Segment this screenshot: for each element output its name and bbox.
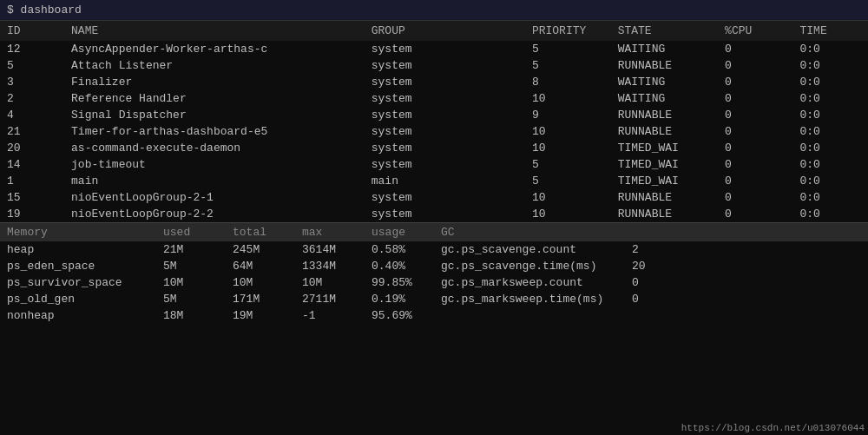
mem-cell-name: ps_survivor_space — [0, 274, 156, 291]
cell-state: RUNNABLE — [611, 189, 718, 206]
cell-id: 20 — [0, 140, 64, 156]
cell-group: system — [365, 90, 525, 107]
cell-priority: 5 — [525, 57, 611, 74]
cell-cpu: 0 — [718, 189, 792, 206]
mem-cell-used: 21M — [156, 241, 226, 258]
mem-cell-gcval — [625, 307, 868, 324]
cell-group: system — [365, 189, 525, 206]
cell-state: WAITING — [611, 41, 718, 57]
cell-id: 1 — [0, 173, 64, 189]
header-name: NAME — [64, 21, 365, 41]
cell-time: 0:0 — [793, 107, 868, 123]
table-row: 19 nioEventLoopGroup-2-2 system 10 RUNNA… — [0, 206, 868, 222]
mem-cell-max: 10M — [295, 274, 365, 291]
mem-cell-used: 10M — [156, 274, 226, 291]
cell-name: job-timeout — [64, 156, 365, 173]
cell-time: 0:0 — [793, 173, 868, 189]
cell-time: 0:0 — [793, 41, 868, 57]
mem-cell-usage: 95.69% — [365, 307, 434, 324]
cell-name: nioEventLoopGroup-2-1 — [64, 189, 365, 206]
cell-priority: 5 — [525, 41, 611, 57]
cell-group: main — [365, 173, 525, 189]
cell-group: system — [365, 107, 525, 123]
cell-name: Signal Dispatcher — [64, 107, 365, 123]
table-row: 1 main main 5 TIMED_WAI 0 0:0 — [0, 173, 868, 189]
mem-cell-gcval: 0 — [625, 274, 868, 291]
header-group: GROUP — [365, 21, 525, 41]
cell-cpu: 0 — [718, 90, 792, 107]
cell-cpu: 0 — [718, 57, 792, 74]
cell-state: RUNNABLE — [611, 206, 718, 222]
mem-cell-used: 18M — [156, 307, 226, 324]
cell-time: 0:0 — [793, 57, 868, 74]
mem-cell-total: 64M — [226, 258, 295, 274]
memory-section-header: Memory used total max usage GC — [0, 222, 868, 241]
mem-cell-used: 5M — [156, 258, 226, 274]
cell-group: system — [365, 74, 525, 90]
mem-cell-max: 3614M — [295, 241, 365, 258]
mem-cell-name: ps_eden_space — [0, 258, 156, 274]
cell-cpu: 0 — [718, 173, 792, 189]
cell-cpu: 0 — [718, 74, 792, 90]
mem-col-total: total — [226, 226, 295, 239]
cell-priority: 10 — [525, 123, 611, 140]
title-bar: $ dashboard — [0, 0, 868, 21]
header-id: ID — [0, 21, 64, 41]
mem-cell-gcval: 2 — [625, 241, 868, 258]
mem-cell-gc: gc.ps_scavenge.count — [434, 241, 625, 258]
cell-group: system — [365, 57, 525, 74]
cell-priority: 10 — [525, 140, 611, 156]
mem-col-gc: GC — [434, 226, 625, 239]
cell-time: 0:0 — [793, 189, 868, 206]
cell-time: 0:0 — [793, 206, 868, 222]
table-row: 21 Timer-for-arthas-dashboard-e5 system … — [0, 123, 868, 140]
cell-name: nioEventLoopGroup-2-2 — [64, 206, 365, 222]
cell-name: Finalizer — [64, 74, 365, 90]
cell-priority: 10 — [525, 90, 611, 107]
cell-name: Attach Listener — [64, 57, 365, 74]
cell-state: TIMED_WAI — [611, 156, 718, 173]
cell-cpu: 0 — [718, 107, 792, 123]
memory-row: ps_old_gen 5M 171M 2711M 0.19% gc.ps_mar… — [0, 291, 868, 307]
cell-priority: 5 — [525, 156, 611, 173]
cell-id: 4 — [0, 107, 64, 123]
header-priority: PRIORITY — [525, 21, 611, 41]
cell-name: main — [64, 173, 365, 189]
mem-cell-usage: 0.40% — [365, 258, 434, 274]
table-row: 4 Signal Dispatcher system 9 RUNNABLE 0 … — [0, 107, 868, 123]
cell-state: WAITING — [611, 74, 718, 90]
table-row: 3 Finalizer system 8 WAITING 0 0:0 — [0, 74, 868, 90]
cell-priority: 10 — [525, 189, 611, 206]
cell-time: 0:0 — [793, 74, 868, 90]
memory-row: heap 21M 245M 3614M 0.58% gc.ps_scavenge… — [0, 241, 868, 258]
cell-id: 3 — [0, 74, 64, 90]
cell-group: system — [365, 206, 525, 222]
mem-cell-gcval: 20 — [625, 258, 868, 274]
cell-group: system — [365, 156, 525, 173]
cell-time: 0:0 — [793, 123, 868, 140]
mem-cell-usage: 0.19% — [365, 291, 434, 307]
title-text: $ dashboard — [7, 3, 82, 16]
mem-cell-gc: gc.ps_marksweep.time(ms) — [434, 291, 625, 307]
mem-cell-max: 1334M — [295, 258, 365, 274]
memory-row: nonheap 18M 19M -1 95.69% — [0, 307, 868, 324]
mem-cell-gc: gc.ps_scavenge.time(ms) — [434, 258, 625, 274]
cell-state: WAITING — [611, 90, 718, 107]
mem-cell-gc — [434, 307, 625, 324]
cell-cpu: 0 — [718, 206, 792, 222]
table-row: 14 job-timeout system 5 TIMED_WAI 0 0:0 — [0, 156, 868, 173]
cell-priority: 10 — [525, 206, 611, 222]
cell-state: TIMED_WAI — [611, 140, 718, 156]
thread-table-header: ID NAME GROUP PRIORITY STATE %CPU TIME — [0, 21, 868, 41]
cell-id: 5 — [0, 57, 64, 74]
mem-cell-max: 2711M — [295, 291, 365, 307]
mem-cell-usage: 99.85% — [365, 274, 434, 291]
cell-id: 21 — [0, 123, 64, 140]
mem-col-memory: Memory — [0, 226, 156, 239]
memory-row: ps_survivor_space 10M 10M 10M 99.85% gc.… — [0, 274, 868, 291]
table-row: 2 Reference Handler system 10 WAITING 0 … — [0, 90, 868, 107]
cell-group: system — [365, 140, 525, 156]
cell-name: Timer-for-arthas-dashboard-e5 — [64, 123, 365, 140]
cell-id: 12 — [0, 41, 64, 57]
cell-group: system — [365, 123, 525, 140]
